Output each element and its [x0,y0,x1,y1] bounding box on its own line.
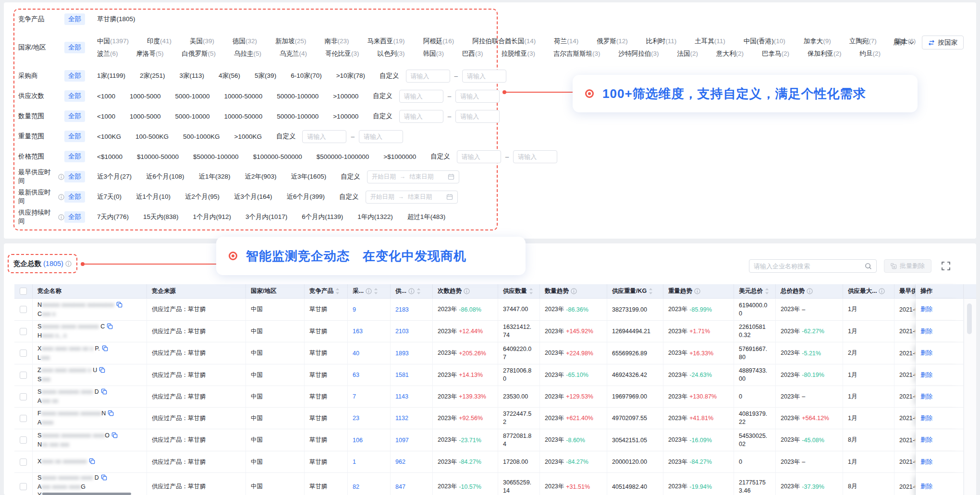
delete-link[interactable]: 删除 [920,414,932,423]
filter-option[interactable]: 近1个月(10) [136,193,171,201]
filter-option[interactable]: 近2年(903) [245,172,277,181]
filter-option[interactable]: 4家(56) [219,72,240,80]
info-icon[interactable] [58,194,64,200]
row-checkbox[interactable] [20,393,27,400]
filter-country-all-chip[interactable]: 全部 [64,42,85,53]
filter-option[interactable]: 50000-100000 [277,113,318,120]
supply-count-cell[interactable]: 2103 [391,321,433,342]
filter-option[interactable]: 2家(251) [140,72,165,80]
info-icon[interactable] [408,288,415,294]
filter-earliest-supply-time-all-chip[interactable]: 全部 [64,171,85,182]
filter-option[interactable]: 5000-10000 [175,113,209,120]
filter-option[interactable]: 1000-5000 [130,93,161,100]
filter-option[interactable]: 500-1000KG [183,133,220,140]
sort-icon[interactable] [529,288,533,295]
filter-option[interactable]: 加拿大(9) [804,37,831,46]
custom-min-input[interactable] [302,130,346,143]
filter-option[interactable]: 以色列(3) [378,49,405,58]
row-checkbox[interactable] [20,306,27,313]
filter-option[interactable]: 摩洛哥(5) [136,49,164,58]
filter-option[interactable]: 比利时(11) [646,37,677,46]
filter-option[interactable]: 6个月内(1139) [302,213,343,221]
filter-option[interactable]: 近6个月(399) [287,193,325,201]
row-checkbox[interactable] [20,459,27,466]
copy-icon[interactable] [102,345,108,354]
filter-option[interactable]: 50000-100000 [277,93,318,100]
delete-link[interactable]: 删除 [920,458,932,466]
filter-option[interactable]: 近7天(0) [97,193,122,201]
info-icon[interactable] [571,288,577,294]
company-search-input[interactable] [754,263,865,270]
custom-max-input[interactable] [359,130,403,143]
date-range-picker[interactable]: 开始日期→结束日期 [366,191,458,204]
row-checkbox[interactable] [20,350,27,357]
date-range-picker[interactable]: 开始日期→结束日期 [367,170,459,183]
filter-option[interactable]: >100000 [333,93,358,100]
filter-option[interactable]: 近3个月(164) [234,193,272,201]
filter-option[interactable]: 1家(1199) [97,72,125,80]
filter-option[interactable]: 保加利亚(2) [808,49,842,58]
filter-option[interactable]: 美国(39) [190,37,214,46]
filter-option[interactable]: 巴拿马(2) [762,49,789,58]
supply-count-cell[interactable]: 1132 [391,408,433,429]
filter-option[interactable]: 拉脱维亚(3) [502,49,536,58]
filter-option[interactable]: 马来西亚(19) [368,37,405,46]
search-icon[interactable] [865,263,872,270]
supply-count-cell[interactable]: 1581 [391,364,433,386]
custom-max-input[interactable] [513,150,557,163]
filter-option[interactable]: 荷兰(14) [554,37,578,46]
filter-option[interactable]: $100000-500000 [253,153,302,160]
delete-link[interactable]: 删除 [920,393,932,401]
filter-weight-range-all-chip[interactable]: 全部 [64,131,85,142]
custom-min-input[interactable] [399,90,443,103]
custom-label[interactable]: 自定义 [373,92,392,100]
custom-min-input[interactable] [406,70,450,83]
supply-count-cell[interactable]: 2183 [391,299,433,321]
sort-icon[interactable] [374,288,378,295]
filter-option[interactable]: 5家(39) [255,72,276,80]
custom-label[interactable]: 自定义 [276,132,296,141]
custom-label[interactable]: 自定义 [341,172,360,181]
delete-link[interactable]: 删除 [920,349,932,357]
filter-option[interactable]: $10000-50000 [137,153,179,160]
filter-option[interactable]: 德国(32) [233,37,257,46]
custom-max-input[interactable] [462,70,506,83]
supply-count-cell[interactable]: 962 [391,451,433,473]
custom-label[interactable]: 自定义 [339,193,359,201]
sort-icon[interactable] [416,288,421,295]
filter-option[interactable]: 土耳其(11) [695,37,725,46]
copy-icon[interactable] [111,432,118,441]
buyers-count-cell[interactable]: 163 [348,321,391,342]
filter-option[interactable]: 近3年(1605) [291,172,327,181]
filter-option[interactable]: 哥伦比亚(3) [325,49,359,58]
filter-option[interactable]: 白俄罗斯(5) [182,49,216,58]
copy-icon[interactable] [101,474,107,483]
filter-option[interactable]: 中国(1397) [97,37,129,46]
filter-option[interactable]: 1个月内(912) [193,213,232,221]
sort-icon[interactable] [649,288,653,295]
copy-icon[interactable] [99,367,105,375]
batch-delete-button[interactable]: 批量删除 [884,259,931,273]
filter-option[interactable]: 乌克兰(4) [280,49,307,58]
delete-link[interactable]: 删除 [920,483,932,491]
filter-option[interactable]: 近3个月(27) [97,172,132,181]
select-all-checkbox[interactable] [20,288,27,295]
filter-option[interactable]: 阿根廷(16) [423,37,454,46]
filter-option[interactable]: 1年内(1322) [357,213,393,221]
info-icon[interactable] [65,261,72,267]
filter-option[interactable]: 超过1年(483) [407,213,446,221]
copy-icon[interactable] [116,302,122,310]
horizontal-scrollbar[interactable] [42,493,131,495]
supply-count-cell[interactable]: 1893 [391,342,433,364]
filter-option[interactable]: <$10000 [97,153,122,160]
filter-option[interactable]: 中国(香港)(10) [744,37,785,46]
filter-option[interactable]: 15天内(838) [143,213,179,221]
filter-latest-supply-time-all-chip[interactable]: 全部 [64,191,85,203]
filter-option[interactable]: <1000 [97,113,115,120]
filter-product-all-chip[interactable]: 全部 [64,13,85,25]
row-checkbox[interactable] [20,415,27,422]
filter-option[interactable]: 吉尔吉斯斯坦(3) [553,49,600,58]
filter-quantity-range-all-chip[interactable]: 全部 [64,110,85,122]
custom-min-input[interactable] [399,110,443,123]
filter-option[interactable]: 近2个月(95) [185,193,220,201]
